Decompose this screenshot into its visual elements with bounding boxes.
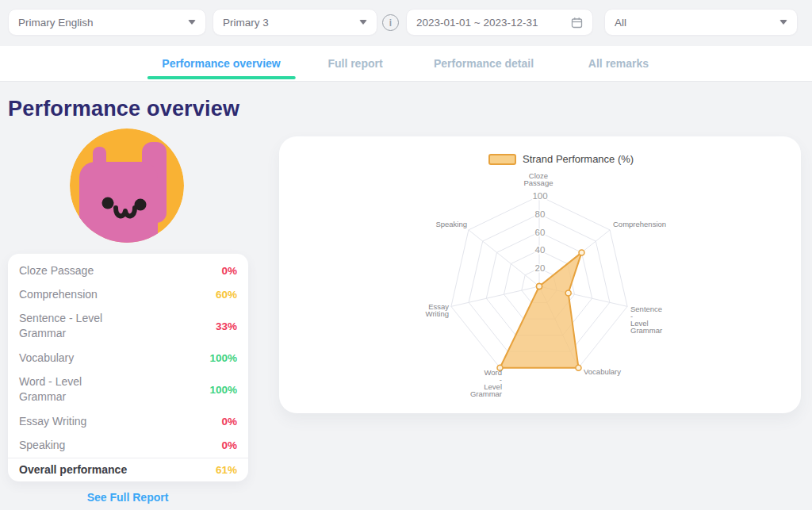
stat-value: 33% — [216, 320, 237, 332]
stat-label: Comprehension — [19, 287, 98, 302]
stat-label: Sentence - Level Grammar — [19, 311, 114, 341]
date-range-input[interactable]: 2023-01-01 ~ 2023-12-31 — [406, 9, 593, 36]
overall-performance-label: Overall performance — [19, 463, 127, 476]
page-title: Performance overview — [8, 97, 239, 121]
stat-row: Word - Level Grammar100% — [8, 370, 248, 409]
level-select-value: Primary 3 — [223, 17, 269, 29]
svg-text:40: 40 — [535, 245, 546, 255]
tab-all-remarks[interactable]: All remarks — [588, 46, 649, 81]
stat-row: Comprehension60% — [8, 282, 248, 306]
stat-value: 0% — [221, 439, 237, 451]
chevron-down-icon — [188, 20, 196, 25]
see-full-report-link[interactable]: See Full Report — [87, 491, 169, 504]
svg-text:100: 100 — [532, 191, 547, 201]
tab-label: Performance overview — [162, 57, 280, 70]
stat-label: Vocabulary — [19, 351, 74, 366]
stat-label: Word - Level Grammar — [19, 374, 114, 405]
svg-text:Comprehension: Comprehension — [613, 220, 666, 228]
level-select[interactable]: Primary 3 — [213, 9, 377, 36]
strand-stats-card: Cloze Passage0%Comprehension60%Sentence … — [8, 254, 248, 481]
svg-text:80: 80 — [535, 209, 546, 219]
stat-label: Cloze Passage — [19, 263, 94, 278]
date-range-value: 2023-01-01 ~ 2023-12-31 — [416, 17, 538, 29]
stat-value: 0% — [221, 265, 237, 277]
radar-tick-labels: 20406080100 — [532, 191, 547, 273]
stat-row: Speaking0% — [8, 433, 248, 457]
chevron-down-icon — [779, 20, 787, 25]
active-tab-underline — [147, 76, 296, 79]
tab-label: Performance detail — [434, 57, 534, 70]
svg-text:Speaking: Speaking — [435, 220, 467, 228]
stat-row: Cloze Passage0% — [8, 259, 248, 282]
chevron-down-icon — [359, 20, 367, 25]
calendar-icon — [571, 17, 583, 29]
tab-label: All remarks — [588, 57, 649, 70]
avatar-eye-left — [102, 197, 114, 209]
tab-performance-detail[interactable]: Performance detail — [434, 46, 534, 81]
tab-full-report[interactable]: Full report — [327, 46, 382, 81]
svg-text:Grammar: Grammar — [630, 326, 662, 335]
subject-select-value: Primary English — [18, 17, 94, 29]
stat-value: 100% — [209, 352, 237, 364]
scope-select-value: All — [615, 17, 626, 29]
svg-text:Passage: Passage — [524, 178, 553, 187]
stat-label: Speaking — [19, 438, 65, 453]
stat-row: Vocabulary100% — [8, 346, 248, 370]
strand-performance-radar-chart: 20406080100ClozePassageComprehensionSent… — [279, 136, 801, 413]
overall-performance-value: 61% — [216, 464, 237, 476]
svg-text:20: 20 — [535, 263, 546, 273]
stat-row: Essay Writing0% — [8, 409, 248, 433]
scope-select[interactable]: All — [604, 9, 798, 36]
svg-text:Grammar: Grammar — [470, 389, 502, 398]
overall-performance-row: Overall performance61% — [8, 458, 248, 481]
stat-value: 0% — [221, 416, 237, 428]
stat-value: 100% — [209, 384, 237, 396]
tab-label: Full report — [327, 57, 382, 70]
svg-text:60: 60 — [535, 228, 546, 237]
stat-row: Sentence - Level Grammar33% — [8, 306, 248, 346]
svg-text:Vocabulary: Vocabulary — [584, 367, 621, 376]
stat-label: Essay Writing — [19, 414, 86, 429]
tab-bar: Performance overviewFull reportPerforman… — [0, 46, 812, 82]
student-avatar — [70, 128, 184, 243]
subject-select[interactable]: Primary English — [8, 9, 206, 36]
radar-chart-card: Strand Performance (%) 20406080100ClozeP… — [279, 136, 801, 413]
tab-performance-overview[interactable]: Performance overview — [162, 46, 280, 81]
info-icon[interactable]: i — [382, 14, 399, 31]
svg-text:Writing: Writing — [426, 309, 449, 318]
svg-text:Sentence: Sentence — [630, 305, 662, 313]
stat-value: 60% — [216, 289, 237, 301]
